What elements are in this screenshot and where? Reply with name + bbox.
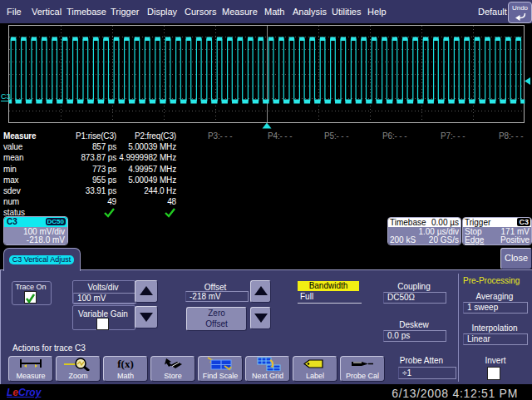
svg-text:C3: C3: [1, 92, 11, 101]
